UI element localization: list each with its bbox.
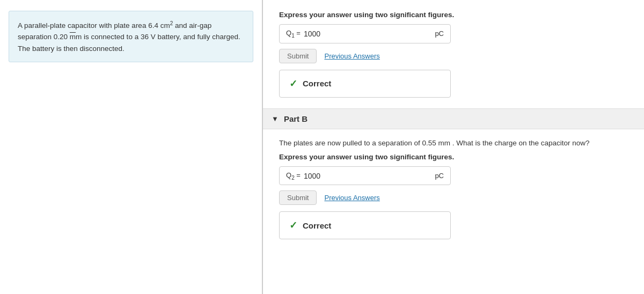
part-b-section: The plates are now pulled to a separatio…	[279, 138, 628, 240]
part-b-input-unit: pC	[435, 172, 444, 180]
part-a-correct-box: ✓ Correct	[279, 70, 451, 98]
part-a-instruction: Express your answer using two significan…	[279, 11, 628, 19]
problem-statement: A parallel-plate capacitor with plate ar…	[9, 11, 253, 62]
part-b-header[interactable]: ▼ Part B	[263, 108, 644, 129]
part-b-input-value: 1000	[304, 172, 435, 180]
part-a-checkmark-icon: ✓	[289, 78, 297, 90]
part-a-input-value: 1000	[304, 30, 435, 38]
part-b-chevron-icon: ▼	[272, 115, 279, 123]
part-a-input-label: Q1 =	[286, 29, 301, 39]
right-panel: Express your answer using two significan…	[263, 0, 644, 294]
part-b-previous-answers-link[interactable]: Previous Answers	[324, 194, 379, 202]
part-b-input-label: Q2 =	[286, 171, 301, 181]
part-b-label: Part B	[284, 114, 308, 123]
part-a-submit-button[interactable]: Submit	[279, 49, 317, 63]
part-b-input-row: Q2 = 1000 pC	[279, 166, 451, 186]
part-b-instruction: Express your answer using two significan…	[279, 153, 628, 161]
problem-text: A parallel-plate capacitor with plate ar…	[18, 21, 240, 53]
left-panel: A parallel-plate capacitor with plate ar…	[0, 0, 263, 294]
part-b-correct-text: Correct	[303, 221, 331, 230]
part-b-action-row: Submit Previous Answers	[279, 190, 628, 205]
part-b-correct-box: ✓ Correct	[279, 211, 451, 239]
part-b-checkmark-icon: ✓	[289, 219, 297, 231]
part-a-action-row: Submit Previous Answers	[279, 49, 628, 63]
part-a-previous-answers-link[interactable]: Previous Answers	[324, 52, 379, 60]
part-b-submit-button[interactable]: Submit	[279, 190, 317, 205]
part-a-section: Express your answer using two significan…	[279, 11, 628, 98]
part-a-correct-text: Correct	[303, 79, 331, 88]
part-a-input-unit: pC	[435, 30, 444, 38]
part-b-description: The plates are now pulled to a separatio…	[279, 138, 628, 149]
part-a-input-row: Q1 = 1000 pC	[279, 24, 451, 43]
